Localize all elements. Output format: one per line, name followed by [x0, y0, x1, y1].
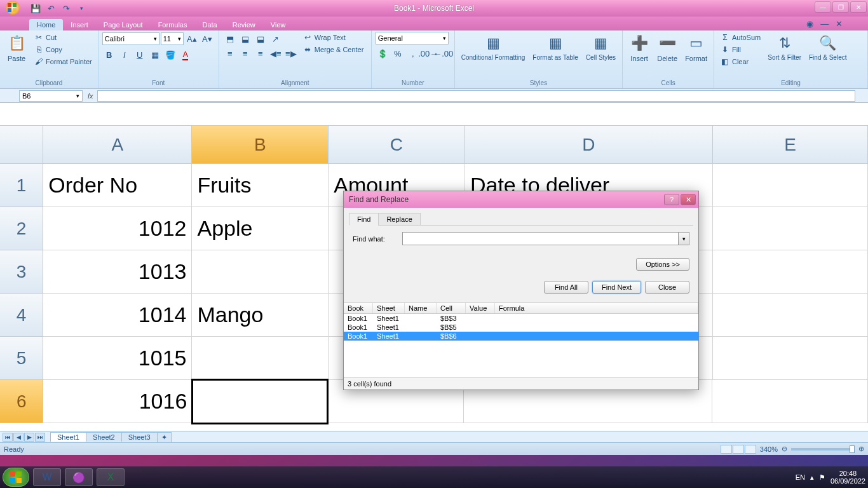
percent-icon[interactable]: % [391, 46, 405, 60]
merge-center-button[interactable]: ⬌Merge & Center [301, 44, 366, 55]
row-header[interactable]: 2 [0, 207, 43, 250]
sheet-tab-1[interactable]: Sheet1 [50, 432, 86, 442]
result-row[interactable]: Book1Sheet1$B$6 [344, 332, 698, 341]
view-break-icon[interactable] [745, 445, 756, 454]
cell[interactable] [191, 379, 328, 424]
options-button[interactable]: Options >> [636, 258, 689, 271]
find-select-button[interactable]: 🔍Find & Select [806, 32, 849, 62]
font-size-combo[interactable]: 11▾ [161, 32, 184, 45]
fx-icon[interactable]: fx [88, 92, 93, 100]
tray-up-icon[interactable]: ▴ [810, 473, 814, 482]
close-button[interactable]: ✕ [850, 1, 867, 13]
tab-data[interactable]: Data [194, 19, 224, 30]
fill-color-button[interactable]: 🪣 [163, 48, 177, 62]
result-row[interactable]: Book1Sheet1$B$5 [344, 323, 698, 332]
results-list[interactable]: Book1Sheet1$B$3Book1Sheet1$B$5Book1Sheet… [344, 314, 698, 377]
view-normal-icon[interactable] [721, 445, 732, 454]
cell[interactable]: Fruits [192, 164, 329, 207]
autosum-button[interactable]: ΣAutoSum [718, 32, 763, 43]
dialog-help-button[interactable]: ? [664, 194, 679, 205]
row-header[interactable]: 6 [0, 380, 43, 423]
zoom-slider[interactable] [791, 448, 855, 451]
cell[interactable] [192, 250, 329, 294]
align-left-icon[interactable]: ≡ [223, 46, 237, 60]
find-what-dropdown-icon[interactable]: ▾ [678, 233, 689, 245]
dialog-tab-replace[interactable]: Replace [378, 213, 420, 226]
save-icon[interactable]: 💾 [29, 2, 42, 15]
align-center-icon[interactable]: ≡ [238, 46, 252, 60]
decrease-indent-icon[interactable]: ◀≡ [269, 46, 283, 60]
align-middle-icon[interactable]: ⬓ [238, 32, 252, 46]
clear-button[interactable]: ◧Clear [718, 56, 763, 67]
tab-home[interactable]: Home [29, 19, 63, 30]
border-button[interactable]: ▦ [148, 48, 162, 62]
align-bottom-icon[interactable]: ⬓ [254, 32, 268, 46]
dialog-tab-find[interactable]: Find [349, 213, 379, 226]
insert-cells-button[interactable]: ➕Insert [627, 32, 652, 64]
sheet-tab-3[interactable]: Sheet3 [121, 432, 158, 442]
zoom-in-icon[interactable]: ⊕ [858, 445, 864, 453]
orientation-icon[interactable]: ↗ [269, 32, 283, 46]
cell[interactable] [192, 337, 329, 380]
view-page-icon[interactable] [733, 445, 744, 454]
paste-button[interactable]: 📋 Paste [4, 32, 29, 64]
bold-button[interactable]: B [102, 48, 116, 62]
format-as-table-button[interactable]: ▦Format as Table [530, 32, 581, 62]
sheet-tab-2[interactable]: Sheet2 [86, 432, 122, 442]
sort-filter-button[interactable]: ⇅Sort & Filter [765, 32, 804, 62]
redo-icon[interactable]: ↷ [60, 2, 72, 15]
cell[interactable]: 1016 [43, 380, 193, 423]
language-indicator[interactable]: EN [796, 473, 805, 481]
decrease-decimal-icon[interactable]: ←.00 [437, 46, 451, 60]
format-cells-button[interactable]: ▭Format [682, 32, 710, 64]
align-top-icon[interactable]: ⬒ [223, 32, 237, 46]
conditional-formatting-button[interactable]: ▦Conditional Formatting [459, 32, 528, 62]
row-header[interactable]: 5 [0, 337, 43, 380]
cell[interactable] [713, 250, 868, 294]
clock[interactable]: 20:48 06/09/2022 [831, 470, 865, 485]
cell[interactable]: 1012 [43, 207, 192, 250]
cell[interactable]: Order No [43, 164, 192, 207]
sheet-first-icon[interactable]: ⏮ [3, 433, 13, 442]
office-button[interactable] [1, 0, 27, 17]
find-all-button[interactable]: Find All [544, 281, 588, 294]
qat-dropdown-icon[interactable]: ▾ [75, 2, 88, 15]
cell[interactable] [713, 337, 868, 380]
find-next-button[interactable]: Find Next [592, 281, 641, 294]
maximize-button[interactable]: ❐ [832, 1, 849, 13]
find-what-input[interactable] [403, 233, 678, 245]
currency-icon[interactable]: 💲 [376, 46, 390, 60]
help-icon[interactable]: ◉ — ✕ [806, 19, 843, 29]
cell[interactable]: Mango [192, 294, 329, 337]
cell[interactable]: 1014 [43, 294, 192, 337]
minimize-button[interactable]: — [815, 1, 831, 13]
number-format-combo[interactable]: General▾ [376, 32, 449, 44]
tab-view[interactable]: View [263, 19, 294, 30]
close-dialog-button[interactable]: Close [645, 281, 689, 294]
cell[interactable] [713, 207, 868, 250]
font-color-button[interactable]: A [179, 48, 193, 62]
column-header[interactable]: D [465, 126, 713, 164]
zoom-out-icon[interactable]: ⊖ [782, 445, 787, 453]
tab-insert[interactable]: Insert [63, 19, 96, 30]
row-header[interactable]: 1 [0, 164, 43, 207]
column-header[interactable]: A [43, 126, 192, 164]
formula-input[interactable] [97, 90, 855, 102]
column-header[interactable]: E [713, 126, 868, 164]
copy-button[interactable]: ⎘Copy [32, 44, 94, 55]
column-header[interactable]: C [329, 126, 465, 164]
start-button[interactable] [3, 468, 29, 487]
tab-review[interactable]: Review [225, 19, 263, 30]
dialog-title-bar[interactable]: Find and Replace ? ✕ [344, 191, 698, 208]
taskbar-excel-icon[interactable]: X [97, 468, 125, 486]
zoom-level[interactable]: 340% [760, 445, 778, 453]
italic-button[interactable]: I [118, 48, 132, 62]
align-right-icon[interactable]: ≡ [254, 46, 268, 60]
taskbar-app-icon[interactable]: 🟣 [65, 468, 93, 486]
tab-page-layout[interactable]: Page Layout [96, 19, 151, 30]
sheet-last-icon[interactable]: ⏭ [35, 433, 45, 442]
find-what-combo[interactable]: ▾ [402, 232, 689, 245]
cell[interactable]: 1013 [43, 250, 192, 294]
row-header[interactable]: 4 [0, 294, 43, 337]
sheet-prev-icon[interactable]: ◀ [13, 433, 24, 442]
